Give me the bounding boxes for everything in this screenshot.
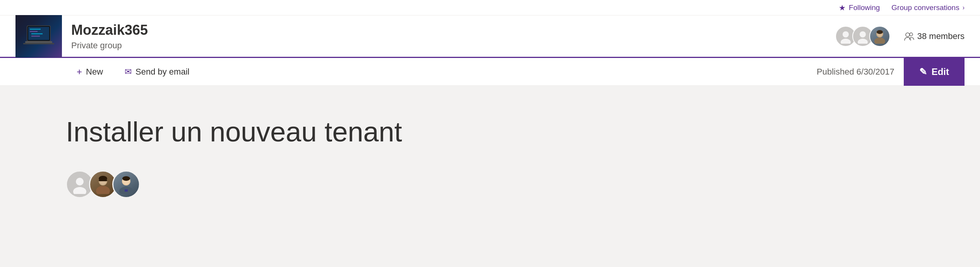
content-area: Installer un nouveau tenant <box>0 86 980 267</box>
svg-point-16 <box>906 33 910 37</box>
svg-point-21 <box>96 186 110 194</box>
person-icon-2 <box>855 29 870 44</box>
svg-point-15 <box>877 30 883 34</box>
svg-point-10 <box>860 31 866 37</box>
svg-point-11 <box>858 39 868 44</box>
plus-icon: + <box>77 66 82 77</box>
top-header-links: ★ Following Group conversations › <box>839 3 965 12</box>
svg-point-18 <box>76 178 84 185</box>
group-info: Mozzaik365 Private group <box>15 15 148 58</box>
pencil-icon: ✎ <box>919 66 927 77</box>
send-email-button[interactable]: ✉ Send by email <box>114 58 200 86</box>
action-bar: + New ✉ Send by email Published 6/30/201… <box>0 58 980 86</box>
laptop-icon <box>21 24 56 49</box>
svg-point-28 <box>122 176 130 181</box>
new-button[interactable]: + New <box>66 58 114 86</box>
group-name: Mozzaik365 <box>71 22 148 38</box>
email-icon: ✉ <box>125 67 132 77</box>
svg-point-8 <box>843 31 849 37</box>
group-text: Mozzaik365 Private group <box>71 22 148 51</box>
star-icon: ★ <box>839 3 846 12</box>
group-type: Private group <box>71 41 148 51</box>
article-title: Installer un nouveau tenant <box>66 117 914 147</box>
svg-point-19 <box>73 187 86 194</box>
following-link[interactable]: ★ Following <box>839 3 880 12</box>
svg-point-17 <box>910 33 913 36</box>
action-bar-left: + New ✉ Send by email <box>66 58 200 86</box>
edit-button-label: Edit <box>932 66 949 77</box>
members-count-label: 38 members <box>917 31 965 41</box>
author-avatars <box>66 170 914 198</box>
group-thumbnail-image <box>15 15 62 58</box>
edit-button[interactable]: ✎ Edit <box>904 58 965 86</box>
author-avatar-3 <box>112 170 140 198</box>
new-button-label: New <box>86 67 103 77</box>
group-conversations-label: Group conversations <box>891 3 959 12</box>
person-icon-1 <box>838 29 853 44</box>
svg-rect-6 <box>25 41 52 43</box>
author-photo-icon-2 <box>117 175 136 194</box>
svg-rect-24 <box>99 180 107 181</box>
group-actions-right: 38 members <box>835 26 965 47</box>
top-bar: Mozzaik365 Private group <box>0 15 980 58</box>
published-text: Published 6/30/2017 <box>817 67 894 77</box>
member-avatars <box>835 26 890 47</box>
group-thumbnail <box>15 15 62 58</box>
author-person-icon-1 <box>70 175 89 194</box>
following-label: Following <box>849 3 880 12</box>
svg-point-9 <box>841 39 851 44</box>
members-count-icon <box>904 31 914 41</box>
send-email-label: Send by email <box>135 67 189 77</box>
member-avatar-3 <box>869 26 890 47</box>
members-count: 38 members <box>904 31 965 41</box>
top-header-bar: ★ Following Group conversations › <box>0 0 980 15</box>
svg-rect-7 <box>23 43 54 44</box>
svg-point-13 <box>874 37 885 44</box>
author-photo-icon-1 <box>93 175 113 194</box>
person-photo-icon <box>872 29 887 44</box>
svg-rect-29 <box>125 189 128 192</box>
action-bar-right: Published 6/30/2017 ✎ Edit <box>817 58 965 86</box>
group-conversations-link[interactable]: Group conversations › <box>891 3 965 12</box>
chevron-right-icon: › <box>963 4 965 11</box>
